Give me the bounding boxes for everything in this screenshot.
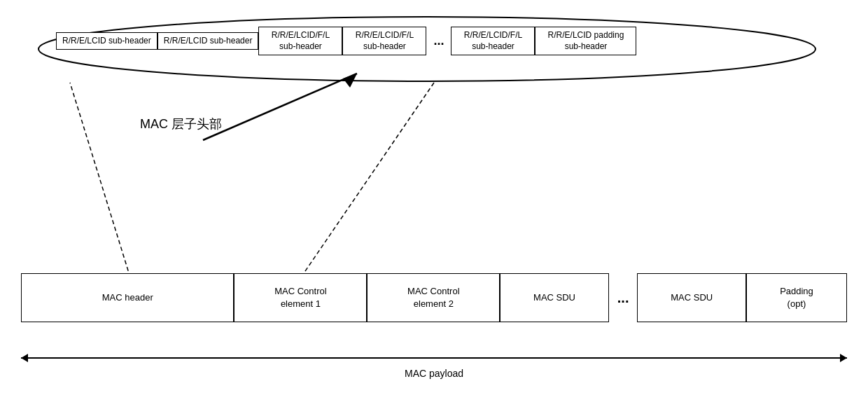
- subheaders-row: R/R/E/LCID sub-header R/R/E/LCID sub-hea…: [56, 27, 798, 55]
- subheader-box-3: R/R/E/LCID/F/Lsub-header: [258, 27, 342, 55]
- ellipse-wrapper: R/R/E/LCID sub-header R/R/E/LCID sub-hea…: [35, 14, 819, 84]
- pdu-dots: ...: [609, 290, 638, 306]
- svg-line-1: [287, 83, 434, 298]
- subheader-box-5: R/R/E/LCID/F/Lsub-header: [451, 27, 535, 55]
- svg-line-0: [70, 83, 136, 298]
- mac-sdu-2-box: MAC SDU: [637, 273, 746, 322]
- ellipse-dots: ...: [426, 34, 451, 48]
- subheader-box-4: R/R/E/LCID/F/Lsub-header: [342, 27, 426, 55]
- subheader-box-2: R/R/E/LCID sub-header: [158, 32, 259, 50]
- subheader-box-1: R/R/E/LCID sub-header: [56, 32, 158, 50]
- mac-control-element-1-box: MAC Controlelement 1: [234, 273, 367, 322]
- diagram-container: R/R/E/LCID sub-header R/R/E/LCID sub-hea…: [0, 0, 868, 393]
- mac-layer-label: MAC 层子头部: [140, 116, 222, 132]
- mac-pdu-row: MAC header MAC Controlelement 1 MAC Cont…: [21, 273, 847, 322]
- mac-padding-box: Padding(opt): [746, 273, 847, 322]
- payload-arrow-line: [21, 357, 847, 359]
- mac-header-box: MAC header: [21, 273, 234, 322]
- subheader-box-6: R/R/E/LCID paddingsub-header: [535, 27, 636, 55]
- mac-payload-arrow-row: [21, 357, 847, 359]
- mac-sdu-1-box: MAC SDU: [500, 273, 609, 322]
- mac-payload-label: MAC payload: [0, 368, 868, 379]
- mac-control-element-2-box: MAC Controlelement 2: [367, 273, 500, 322]
